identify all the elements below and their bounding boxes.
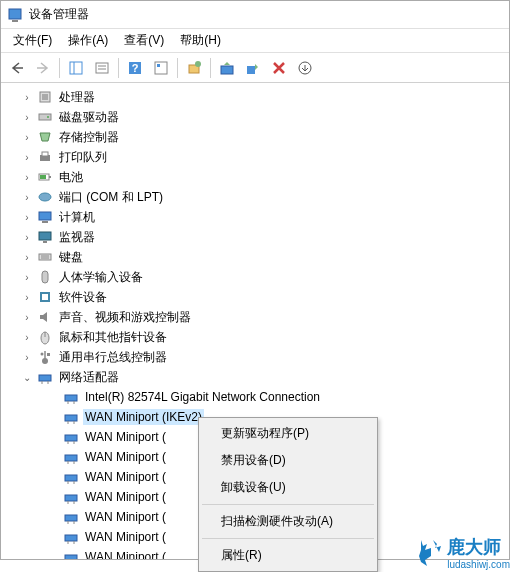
port-icon [37, 189, 53, 205]
expand-icon[interactable]: › [21, 112, 33, 123]
tree-item[interactable]: ›端口 (COM 和 LPT) [1, 187, 509, 207]
svg-rect-45 [65, 395, 77, 401]
tree-label: 网络适配器 [57, 368, 121, 387]
properties-button[interactable] [90, 56, 114, 80]
expand-icon[interactable]: › [21, 332, 33, 343]
tree-item-adapter[interactable]: Intel(R) 82574L Gigabit Network Connecti… [1, 387, 509, 407]
disable-button[interactable] [241, 56, 265, 80]
network-adapter-icon [63, 409, 79, 425]
network-adapter-icon [63, 429, 79, 445]
help-button[interactable]: ? [123, 56, 147, 80]
show-hide-button[interactable] [64, 56, 88, 80]
svg-rect-35 [42, 294, 48, 300]
menu-help[interactable]: 帮助(H) [172, 30, 229, 51]
computer-icon [37, 209, 53, 225]
tree-label: 通用串行总线控制器 [57, 348, 169, 367]
svg-rect-18 [39, 114, 51, 120]
scan-button[interactable] [182, 56, 206, 80]
cm-uninstall[interactable]: 卸载设备(U) [201, 474, 375, 501]
tree-item[interactable]: ›监视器 [1, 227, 509, 247]
expand-icon[interactable]: › [21, 352, 33, 363]
svg-rect-17 [42, 94, 48, 100]
expand-icon[interactable]: › [21, 272, 33, 283]
cm-separator [202, 504, 374, 505]
cm-scan[interactable]: 扫描检测硬件改动(A) [201, 508, 375, 535]
tree-item[interactable]: ›打印队列 [1, 147, 509, 167]
tree-item[interactable]: ›软件设备 [1, 287, 509, 307]
svg-rect-9 [155, 62, 167, 74]
tree-item[interactable]: ›声音、视频和游戏控制器 [1, 307, 509, 327]
watermark-name: 鹿大师 [447, 537, 501, 557]
svg-rect-51 [65, 435, 77, 441]
menu-view[interactable]: 查看(V) [116, 30, 172, 51]
tree-item[interactable]: ›电池 [1, 167, 509, 187]
svg-rect-14 [247, 66, 255, 74]
tree-label: Intel(R) 82574L Gigabit Network Connecti… [83, 389, 322, 405]
cm-disable[interactable]: 禁用设备(D) [201, 447, 375, 474]
cm-update-driver[interactable]: 更新驱动程序(P) [201, 420, 375, 447]
expand-icon[interactable]: › [21, 152, 33, 163]
context-menu: 更新驱动程序(P) 禁用设备(D) 卸载设备(U) 扫描检测硬件改动(A) 属性… [198, 417, 378, 572]
hid-icon [37, 269, 53, 285]
svg-rect-23 [49, 176, 51, 178]
collapse-icon[interactable]: ⌄ [21, 372, 33, 383]
expand-icon[interactable]: › [21, 172, 33, 183]
tree-label: 软件设备 [57, 288, 109, 307]
expand-icon[interactable]: › [21, 192, 33, 203]
tree-item-network-adapters[interactable]: ⌄ 网络适配器 [1, 367, 509, 387]
tree-label: 键盘 [57, 248, 85, 267]
monitor-icon [37, 229, 53, 245]
svg-rect-0 [9, 9, 21, 19]
menu-file[interactable]: 文件(F) [5, 30, 60, 51]
tree-item[interactable]: ›存储控制器 [1, 127, 509, 147]
expand-icon[interactable]: › [21, 232, 33, 243]
back-button[interactable] [5, 56, 29, 80]
storage-icon [37, 129, 53, 145]
svg-rect-24 [40, 175, 46, 179]
uninstall-button[interactable] [267, 56, 291, 80]
cpu-icon [37, 89, 53, 105]
down-button[interactable] [293, 56, 317, 80]
tree-item[interactable]: ›键盘 [1, 247, 509, 267]
expand-icon[interactable]: › [21, 92, 33, 103]
battery-icon [37, 169, 53, 185]
forward-button[interactable] [31, 56, 55, 80]
tree-label: WAN Miniport ( [83, 449, 168, 465]
network-adapter-icon [63, 469, 79, 485]
expand-icon[interactable]: › [21, 292, 33, 303]
tree-label: 打印队列 [57, 148, 109, 167]
update-driver-button[interactable] [215, 56, 239, 80]
tree-label: 端口 (COM 和 LPT) [57, 188, 165, 207]
tree-item[interactable]: ›人体学输入设备 [1, 267, 509, 287]
menubar: 文件(F) 操作(A) 查看(V) 帮助(H) [1, 29, 509, 53]
tree-item[interactable]: ›鼠标和其他指针设备 [1, 327, 509, 347]
menu-action[interactable]: 操作(A) [60, 30, 116, 51]
deer-icon [415, 538, 447, 568]
svg-rect-30 [39, 254, 51, 260]
tree-label: 处理器 [57, 88, 97, 107]
separator [118, 58, 119, 78]
cm-properties[interactable]: 属性(R) [201, 542, 375, 569]
usb-icon [37, 349, 53, 365]
tree-item[interactable]: ›计算机 [1, 207, 509, 227]
tree-label: 电池 [57, 168, 85, 187]
window-title: 设备管理器 [29, 6, 89, 23]
svg-rect-28 [39, 232, 51, 240]
expand-icon[interactable]: › [21, 312, 33, 323]
svg-rect-69 [65, 555, 77, 559]
expand-icon[interactable]: › [21, 252, 33, 263]
tree-label: 磁盘驱动器 [57, 108, 121, 127]
tree-item[interactable]: ›处理器 [1, 87, 509, 107]
tree-label: WAN Miniport ( [83, 549, 168, 559]
tree-item[interactable]: ›通用串行总线控制器 [1, 347, 509, 367]
svg-rect-54 [65, 455, 77, 461]
svg-rect-26 [39, 212, 51, 220]
disk-icon [37, 109, 53, 125]
expand-icon[interactable]: › [21, 132, 33, 143]
expand-icon[interactable]: › [21, 212, 33, 223]
svg-rect-21 [42, 152, 48, 156]
tree-label: WAN Miniport (IKEv2) [83, 409, 204, 425]
separator [210, 58, 211, 78]
tree-item[interactable]: ›磁盘驱动器 [1, 107, 509, 127]
action-button[interactable] [149, 56, 173, 80]
